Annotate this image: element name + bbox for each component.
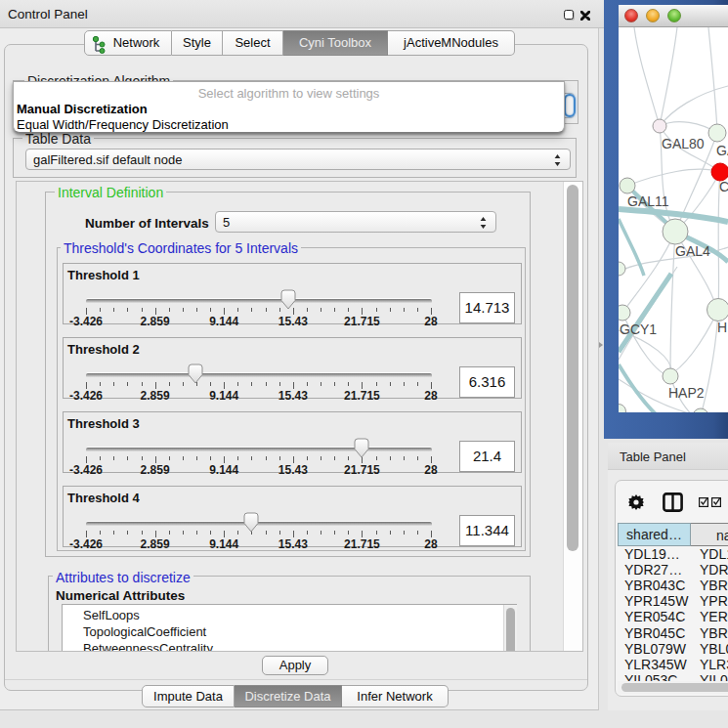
svg-text:H: H <box>717 320 727 335</box>
svg-text:GA: GA <box>716 143 728 158</box>
svg-text:C: C <box>719 179 728 194</box>
svg-text:GAL80: GAL80 <box>662 136 705 151</box>
svg-text:GCY1: GCY1 <box>620 321 657 337</box>
svg-text:HAP2: HAP2 <box>668 385 705 401</box>
svg-text:GAL4: GAL4 <box>675 243 710 259</box>
svg-text:GAL11: GAL11 <box>627 193 669 209</box>
